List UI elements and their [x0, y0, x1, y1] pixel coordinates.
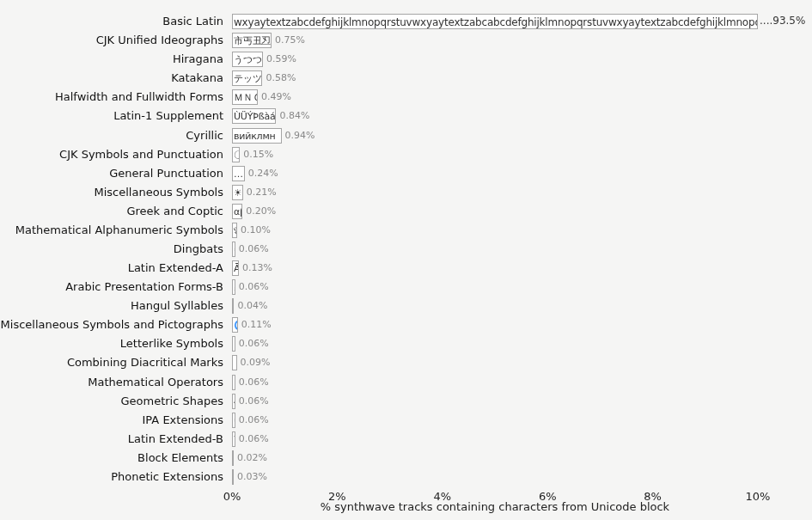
bar-value-label: 0.09% — [241, 355, 271, 370]
bar-value-label: 0.06% — [239, 336, 269, 352]
bar-value-label: 0.06% — [239, 375, 269, 390]
category-label: Latin-1 Supplement — [0, 110, 223, 121]
bar-value-label: 0.11% — [241, 317, 272, 333]
bar-value-label: 0.06% — [239, 431, 269, 447]
category-label: Dingbats — [0, 243, 223, 254]
category-label: Basic Latin — [0, 15, 223, 27]
bar-fill-text: ◆ — [234, 395, 235, 409]
bar-fill-text: Āā — [234, 261, 239, 276]
bar: ✈ — [232, 242, 235, 257]
bar-fill-text: αβεζ — [234, 205, 242, 219]
bar-value-label: 0.04% — [237, 298, 267, 314]
bar: wxyaytextzabcdefghijklmnopqrstuvwxyaytex… — [232, 14, 758, 29]
category-label: Greek and Coptic — [0, 205, 223, 217]
bar: ÙÜÝÞßàáâãäå — [232, 108, 276, 124]
bar-fill-text: テッツ ヨラリ — [234, 71, 262, 86]
category-label: Block Elements — [0, 452, 223, 463]
bar-value-label: 0.75% — [275, 33, 305, 48]
bar-fill-text: ☀☁ — [234, 186, 243, 200]
bar-value-label: 0.02% — [237, 450, 267, 466]
bar: ɐ — [232, 413, 235, 428]
bar: 市丐丑丒专 — [232, 33, 272, 48]
bar-fill-text: 🌀 — [234, 318, 238, 333]
unicode-block-bar-chart: Basic LatinCJK Unified IdeographsHiragan… — [0, 0, 812, 520]
bar: ﺀ — [232, 279, 235, 295]
bar-value-label: 0.10% — [241, 223, 271, 238]
y-axis-labels: Basic LatinCJK Unified IdeographsHiragan… — [0, 12, 223, 486]
bar-value-label: 0.59% — [266, 52, 296, 67]
bar-value-label: 0.06% — [239, 394, 269, 409]
bar-value-label: 0.20% — [246, 204, 276, 219]
category-label: Mathematical Operators — [0, 376, 223, 388]
bar-fill-text: ＭＮＯ ｇｈｉ — [234, 90, 258, 105]
bar: ̀́ — [232, 355, 237, 370]
bar-fill-text: вийклмн — [234, 129, 276, 144]
bar: ＭＮＯ ｇｈｉ — [232, 89, 258, 105]
bar-value-label: 0.13% — [242, 260, 272, 276]
category-label: IPA Extensions — [0, 414, 223, 425]
bar-fill-text: ≈ — [234, 376, 235, 390]
bar-value-label: 0.15% — [243, 147, 273, 162]
category-label: Hiragana — [0, 53, 223, 64]
bar-value-label: 0.84% — [279, 108, 309, 124]
bar: 🌀 — [232, 317, 238, 333]
category-label: Geometric Shapes — [0, 395, 223, 407]
category-label: Katakana — [0, 72, 223, 83]
bar-fill-text: 〇 — [234, 148, 240, 162]
plot-area: wxyaytextzabcdefghijklmnopqrstuvwxyaytex… — [232, 12, 758, 486]
bar: ≈ — [232, 375, 235, 390]
overflow-value-label: ....93.5% — [760, 15, 805, 27]
bar-value-label: 0.06% — [239, 242, 269, 257]
bar: …‥ — [232, 166, 245, 181]
bar-fill-text: ℃ — [234, 337, 235, 352]
category-label: Arabic Presentation Forms-B — [0, 281, 223, 292]
bar: 𝔄𝔅 — [232, 223, 237, 238]
bar-value-label: 0.21% — [247, 185, 277, 200]
bar: ▌ — [232, 450, 234, 466]
bar-fill-text: …‥ — [234, 167, 245, 181]
category-label: Miscellaneous Symbols — [0, 187, 223, 198]
bar-fill-text: ﺀ — [234, 280, 235, 295]
category-label: Mathematical Alphanumeric Symbols — [0, 224, 223, 236]
bar: テッツ ヨラリ — [232, 70, 262, 86]
bar-fill-text: うつつ らりる — [234, 52, 263, 67]
bar: вийклмн — [232, 128, 282, 144]
bar: ᴀ — [232, 469, 234, 485]
bar-fill-text: 𝔄𝔅 — [234, 223, 237, 238]
bar-value-label: 0.06% — [239, 413, 269, 428]
bar-fill-text: ƀ — [234, 432, 235, 447]
bar-value-label: 0.49% — [261, 89, 291, 105]
category-label: Cyrillic — [0, 130, 223, 141]
category-label: Hangul Syllables — [0, 300, 223, 311]
category-label: Miscellaneous Symbols and Pictographs — [0, 319, 223, 330]
bar-fill-text: 市丐丑丒专 — [234, 34, 272, 48]
bar-fill-text: wxyaytextzabcdefghijklmnopqrstuvwxyaytex… — [234, 15, 758, 29]
bar-value-label: 0.06% — [239, 279, 269, 295]
category-label: Combining Diacritical Marks — [0, 357, 223, 368]
bar: αβεζ — [232, 204, 242, 219]
bar-value-label: 0.03% — [237, 469, 267, 485]
bar-value-label: 0.58% — [266, 70, 296, 86]
category-label: Phonetic Extensions — [0, 471, 223, 482]
bar: Āā — [232, 260, 239, 276]
bar: ƀ — [232, 431, 235, 447]
bar-fill-text: ɐ — [234, 413, 235, 428]
category-label: Halfwidth and Fullwidth Forms — [0, 91, 223, 102]
bar-value-label: 0.24% — [248, 166, 278, 181]
bar-fill-text: ✈ — [234, 242, 235, 257]
bar: ℃ — [232, 336, 235, 352]
bar: うつつ らりる — [232, 52, 263, 67]
category-label: Latin Extended-B — [0, 433, 223, 444]
category-label: CJK Symbols and Punctuation — [0, 149, 223, 160]
bar-value-label: 0.94% — [285, 128, 315, 144]
category-label: General Punctuation — [0, 168, 223, 179]
bar: 가 — [232, 298, 234, 314]
category-label: Latin Extended-A — [0, 262, 223, 273]
bar: ◆ — [232, 394, 235, 409]
bar-fill-text: ÙÜÝÞßàáâãäå — [234, 109, 276, 124]
category-label: Letterlike Symbols — [0, 338, 223, 349]
bar: ☀☁ — [232, 185, 243, 200]
x-axis-label: % synthwave tracks containing characters… — [232, 500, 758, 513]
overflow-value: ....93.5% — [760, 15, 805, 27]
bar: 〇 — [232, 147, 240, 162]
